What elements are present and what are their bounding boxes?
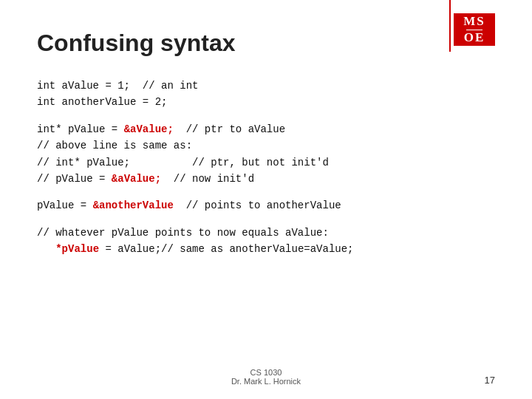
page-number: 17 — [485, 375, 495, 386]
code-line: int* pValue = &aValue; // ptr to aValue … — [37, 121, 495, 188]
slide: MS OE Confusing syntax int aValue = 1; /… — [0, 0, 532, 399]
code-line: int aValue = 1; // an int int anotherVal… — [37, 78, 495, 111]
code-section-1: int aValue = 1; // an int int anotherVal… — [37, 78, 495, 111]
logo-ms: MS — [463, 15, 485, 29]
highlight-ampersand: &aValue; — [124, 123, 174, 135]
code-section-2: int* pValue = &aValue; // ptr to aValue … — [37, 121, 495, 188]
code-line: // whatever pValue points to now equals … — [37, 225, 495, 258]
highlight-deref: *pValue — [55, 243, 99, 255]
logo-box: MS OE — [454, 13, 495, 46]
footer: CS 1030 Dr. Mark L. Hornick — [0, 368, 532, 386]
highlight-ampersand2: &aValue; — [112, 173, 161, 185]
logo-oe: OE — [463, 31, 485, 45]
course-name: CS 1030 — [0, 368, 532, 377]
logo: MS OE — [454, 13, 495, 46]
highlight-another: &anotherValue — [93, 200, 174, 211]
code-section-3: pValue = &anotherValue // points to anot… — [37, 197, 495, 214]
code-line: pValue = &anotherValue // points to anot… — [37, 197, 495, 214]
logo-divider — [449, 0, 451, 52]
code-section-4: // whatever pValue points to now equals … — [37, 225, 495, 258]
slide-title: Confusing syntax — [37, 30, 495, 57]
instructor-name: Dr. Mark L. Hornick — [0, 377, 532, 386]
